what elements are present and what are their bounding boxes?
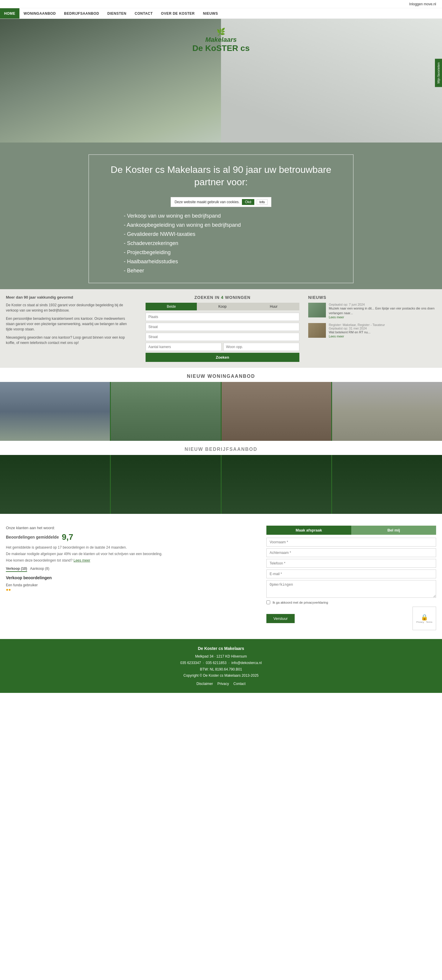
nav-item-contact[interactable]: CONTACT bbox=[131, 8, 157, 19]
score-label: Beoordelingen gemiddelde bbox=[6, 535, 59, 539]
property-card-3[interactable] bbox=[222, 382, 332, 441]
business-card-1[interactable] bbox=[0, 455, 110, 514]
nav-item-woningaanbod[interactable]: WONINGAANBOD bbox=[19, 8, 60, 19]
partner-box: De Koster cs Makelaars is al 90 jaar uw … bbox=[88, 154, 354, 283]
cookie-bar: Deze website maakt gebruik van cookies. … bbox=[171, 197, 271, 207]
contact-firstname-input[interactable] bbox=[266, 538, 436, 547]
search-form: Zoeken bbox=[145, 313, 299, 362]
news-more-1[interactable]: Lees meer bbox=[329, 315, 436, 319]
nav-item-bedrijfsaanbod[interactable]: BEDRIJFSAANBOD bbox=[60, 8, 103, 19]
contact-privacy-checkbox[interactable] bbox=[266, 600, 270, 604]
contact-submit-button[interactable]: Verstuur bbox=[266, 614, 295, 623]
news-thumb-img-2 bbox=[308, 323, 326, 338]
business-section: NIEUW BEDRIJFSAANBOD bbox=[0, 441, 442, 517]
business-card-3[interactable] bbox=[222, 455, 332, 514]
contact-tab-callback[interactable]: Bel mij bbox=[351, 526, 436, 535]
reviewer-name: Een funda gebruiker bbox=[6, 583, 260, 587]
search-street2-input[interactable] bbox=[145, 333, 299, 341]
business-grid bbox=[0, 455, 442, 514]
property-card-2[interactable] bbox=[111, 382, 221, 441]
search-tab-huur[interactable]: Huur bbox=[248, 303, 299, 310]
news-title: NIEUWS bbox=[308, 295, 436, 300]
about-text-1: De Koster cs staat al sinds 1932 garant … bbox=[6, 302, 134, 313]
hero-section: 🌿 Makelaars De KoSTER cs bbox=[0, 19, 442, 143]
reviews-lees-meer[interactable]: Lees meer bbox=[74, 558, 91, 562]
partner-section: De Koster cs Makelaars is al 90 jaar uw … bbox=[0, 143, 442, 289]
cookie-info-button[interactable]: Info bbox=[257, 199, 267, 205]
business-card-4[interactable] bbox=[332, 455, 442, 514]
search-form-row bbox=[145, 343, 299, 351]
review-tab-verkoop[interactable]: Verkoop (10) bbox=[6, 566, 27, 572]
service-item-3: Gevalideerde NWWI-taxaties bbox=[124, 231, 324, 237]
news-thumb-1 bbox=[308, 303, 326, 317]
contact-form-tabs: Maak afspraak Bel mij bbox=[266, 526, 436, 535]
service-item-1: Verkoop van uw woning en bedrijfspand bbox=[124, 213, 324, 219]
footer-links: Disclaimer Privacy Contact bbox=[6, 681, 436, 687]
footer-contact-link[interactable]: Contact bbox=[233, 681, 246, 687]
reviewer-stars: ●● bbox=[6, 587, 260, 592]
property-card-4[interactable] bbox=[332, 382, 442, 441]
news-text-2: Wat betekent RM en RT nu... bbox=[329, 330, 436, 334]
review-item-1: Een funda gebruiker ●● bbox=[6, 583, 260, 592]
cookie-text: Deze website maakt gebruik van cookies. bbox=[174, 200, 239, 204]
score-number: 9,7 bbox=[62, 532, 73, 542]
nav-item-home[interactable]: HOME bbox=[0, 8, 19, 19]
cookie-ok-button[interactable]: Oké bbox=[242, 199, 254, 205]
search-main-section: Meer dan 90 jaar vakkundig gevormd De Ko… bbox=[0, 289, 442, 368]
service-item-7: Beheer bbox=[124, 268, 324, 274]
property-card-1[interactable] bbox=[0, 382, 110, 441]
news-date-1: Geplaatst op: 7 juni 2024 bbox=[329, 303, 436, 306]
search-living-input[interactable] bbox=[223, 343, 299, 351]
news-content-2: Register: Makelaar, Register - Taxateur … bbox=[329, 323, 436, 338]
footer-disclaimer[interactable]: Disclaimer bbox=[196, 681, 213, 687]
footer-copyright: Copyright © De Koster cs Makelaars 2013-… bbox=[6, 673, 436, 679]
review-tab-aankoop[interactable]: Aankoop (8) bbox=[30, 566, 49, 572]
news-text-1: Muziek naar een woning in dit... Een lij… bbox=[329, 306, 436, 315]
logo-text-top: Makelaars bbox=[192, 36, 250, 44]
contact-remarks-input[interactable] bbox=[266, 580, 436, 598]
reviews-intro: Onze klanten aan het woord: bbox=[6, 526, 260, 530]
footer-contact: 035 6233347 · 035 6211853 · info@dekoste… bbox=[6, 660, 436, 667]
news-content-1: Geplaatst op: 7 juni 2024 Muziek naar ee… bbox=[329, 303, 436, 319]
footer-company: De Koster cs Makelaars bbox=[6, 645, 436, 652]
login-link[interactable]: Inloggen move.nl bbox=[409, 2, 436, 6]
news-more-2[interactable]: Lees meer bbox=[329, 334, 436, 338]
contact-lastname-input[interactable] bbox=[266, 548, 436, 557]
nav-item-nieuws[interactable]: NIEUWS bbox=[199, 8, 222, 19]
nav-items: HOME WONINGAANBOD BEDRIJFSAANBOD DIENSTE… bbox=[0, 8, 222, 19]
reviews-meta-1: Het gemiddelde is gebaseerd op 17 beoord… bbox=[6, 545, 260, 550]
news-item-1: Geplaatst op: 7 juni 2024 Muziek naar ee… bbox=[308, 303, 436, 319]
logo-icon: 🌿 bbox=[192, 28, 250, 36]
properties-section-title: NIEUW WONINGAANBOD bbox=[0, 368, 442, 382]
review-tabs: Verkoop (10) Aankoop (8) bbox=[6, 566, 260, 572]
search-column: ZOEKEN IN 4 WONINGEN Beide Koop Huur Zoe… bbox=[145, 295, 299, 362]
nav-item-over[interactable]: OVER DE KOSTER bbox=[157, 8, 199, 19]
search-street-input[interactable] bbox=[145, 323, 299, 331]
about-text-2: Een persoonlijke benadering karakterisee… bbox=[6, 316, 134, 332]
favorites-tab[interactable]: Mijn favorieten bbox=[435, 59, 442, 87]
service-item-5: Projectbegeleiding bbox=[124, 250, 324, 256]
search-rooms-input[interactable] bbox=[145, 343, 222, 351]
about-column: Meer dan 90 jaar vakkundig gevormd De Ko… bbox=[6, 295, 140, 362]
favorites-label: Mijn favorieten bbox=[437, 62, 440, 84]
properties-grid bbox=[0, 382, 442, 441]
reviews-section: Onze klanten aan het woord: Beoordelinge… bbox=[0, 517, 442, 639]
search-place-input[interactable] bbox=[145, 313, 299, 321]
business-card-2[interactable] bbox=[111, 455, 221, 514]
partner-title: De Koster cs Makelaars is al 90 jaar uw … bbox=[101, 164, 341, 188]
footer-btw: BTW: NL 8190.64.790.B01 bbox=[6, 667, 436, 673]
search-tab-beide[interactable]: Beide bbox=[145, 303, 197, 310]
footer-email[interactable]: info@dekosterca.nl bbox=[231, 661, 262, 665]
nav-item-diensten[interactable]: DIENSTEN bbox=[103, 8, 131, 19]
contact-email-input[interactable] bbox=[266, 570, 436, 578]
contact-form: Ik ga akkoord met de privacyverklaring V… bbox=[266, 538, 436, 630]
footer-privacy[interactable]: Privacy bbox=[217, 681, 229, 687]
news-column: NIEUWS Geplaatst op: 7 juni 2024 Muziek … bbox=[305, 295, 436, 362]
news-date-2: Register: Makelaar, Register - Taxateur bbox=[329, 323, 436, 326]
contact-phone-input[interactable] bbox=[266, 559, 436, 568]
recaptcha-box: 🔒 Privacy · Terms bbox=[413, 607, 436, 630]
contact-tab-appointment[interactable]: Maak afspraak bbox=[266, 526, 351, 535]
search-title: ZOEKEN IN 4 WONINGEN bbox=[145, 295, 299, 300]
search-tab-koop[interactable]: Koop bbox=[197, 303, 248, 310]
search-button[interactable]: Zoeken bbox=[145, 353, 299, 362]
